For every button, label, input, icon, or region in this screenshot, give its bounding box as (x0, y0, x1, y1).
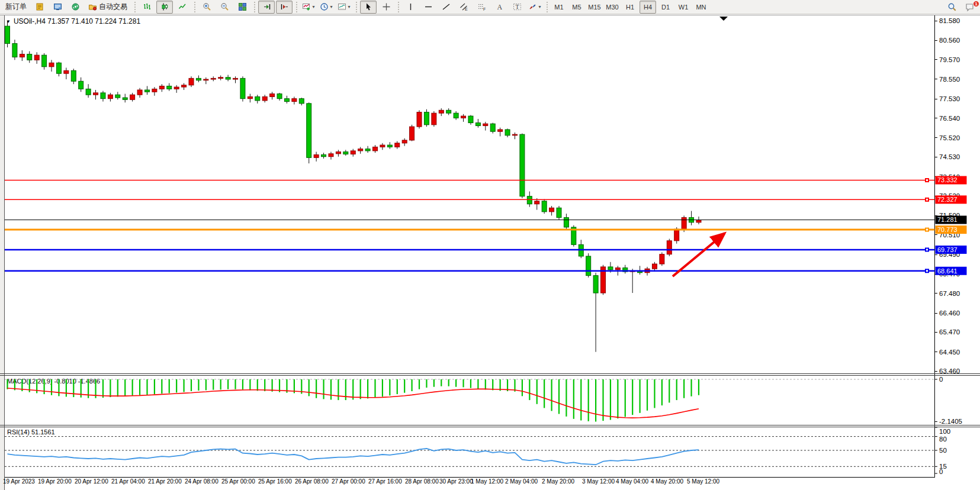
candle-up (550, 208, 554, 212)
candle-down (557, 208, 561, 217)
chart-canvas[interactable]: 81.58080.56079.57078.55077.53076.54075.5… (0, 15, 980, 490)
chevron-down-icon[interactable]: ▾ (312, 5, 314, 9)
candle-down (586, 256, 591, 276)
candle-down (123, 98, 127, 99)
data-window-button[interactable] (49, 1, 66, 14)
templates-button[interactable]: ▾ (336, 1, 352, 14)
candle-up (380, 145, 385, 147)
candle-up (439, 110, 444, 113)
fibonacci-button[interactable]: F (473, 1, 490, 14)
time-tick-label: 27 Apr 16:00 (368, 478, 402, 485)
candle-up (329, 154, 333, 157)
candle-up (152, 89, 157, 92)
price-axis[interactable]: 81.58080.56079.57078.55077.53076.54075.5… (935, 17, 960, 375)
price-tick-label: 67.480 (939, 290, 960, 297)
cursor-button[interactable] (360, 1, 377, 14)
line-handle[interactable] (925, 228, 929, 232)
tf-w1-button-label: W1 (679, 4, 689, 11)
navigator-button[interactable] (67, 1, 83, 14)
price-badge (936, 246, 967, 254)
arrows-button[interactable]: ▾ (526, 1, 543, 14)
candle-down (307, 104, 311, 157)
vertical-line-button[interactable] (402, 1, 419, 14)
candle-up (336, 152, 340, 154)
periods-button[interactable]: ▾ (318, 1, 335, 14)
price-tick-label: 76.540 (939, 115, 960, 122)
price-badge (936, 267, 967, 275)
trendline-button[interactable] (438, 1, 454, 14)
candle-down (579, 244, 583, 256)
chart-window: ▼ USOil-,H4 71.357 71.410 71.224 71.281 … (0, 15, 980, 490)
market-watch-button[interactable] (31, 1, 48, 14)
arrows-icon (528, 2, 537, 11)
indicators-icon (302, 2, 311, 11)
rsi-tick-label: 80 (939, 436, 947, 443)
line-chart-button[interactable] (174, 1, 191, 14)
text-label-button[interactable]: T (509, 1, 525, 14)
search-button[interactable] (944, 1, 960, 14)
price-badge (936, 195, 967, 204)
chart-dropdown-icon[interactable]: ▼ (6, 19, 11, 24)
price-tick-label: 68.470 (939, 270, 960, 278)
chat-button[interactable]: 1 (962, 1, 978, 14)
candle-up (182, 85, 187, 87)
rsi-panel: 1008050150 (5, 427, 950, 475)
line-handle[interactable] (925, 247, 929, 252)
candle-up (402, 140, 407, 143)
autotrading-button[interactable]: 自动交易 (85, 1, 131, 14)
chevron-down-icon[interactable]: ▾ (538, 5, 541, 9)
auto-scroll-button[interactable] (258, 1, 275, 14)
toolbar-separator (253, 2, 256, 12)
trend-arrow-annotation[interactable] (673, 233, 725, 276)
price-tick-label: 73.510 (939, 173, 960, 180)
time-tick-label: 5 May 12:00 (687, 478, 719, 485)
rsi-tick-label: 0 (939, 468, 943, 475)
toolbar-separator (545, 2, 548, 12)
candle-up (233, 78, 238, 79)
tf-d1-button[interactable]: D1 (657, 1, 674, 14)
tf-w1-button[interactable]: W1 (675, 1, 692, 14)
candle-up (682, 218, 686, 230)
time-axis[interactable]: 19 Apr 202319 Apr 20:0020 Apr 12:0021 Ap… (3, 478, 719, 485)
channel-button[interactable]: E (455, 1, 472, 14)
tf-m1-button[interactable]: M1 (551, 1, 567, 14)
candle-up (108, 95, 113, 99)
time-tick-label: 21 Apr 20:00 (148, 478, 182, 485)
tf-mn-button[interactable]: MN (693, 1, 709, 14)
tf-m30-button[interactable]: M30 (604, 1, 621, 14)
chevron-down-icon[interactable]: ▾ (330, 5, 332, 9)
bar-chart-button[interactable] (139, 1, 155, 14)
tf-h1-button[interactable]: H1 (622, 1, 638, 14)
tile-windows-button[interactable] (234, 1, 250, 14)
crosshair-button[interactable] (378, 1, 394, 14)
chevron-down-icon[interactable]: ▾ (348, 5, 350, 9)
new-order-button[interactable]: 新订单 (2, 1, 30, 14)
line-handle[interactable] (925, 178, 929, 182)
candle-down (387, 145, 392, 147)
candle-up (483, 124, 488, 125)
zoom-out-button[interactable] (216, 1, 233, 14)
horizontal-line-button[interactable] (420, 1, 436, 14)
price-tick-label: 65.470 (939, 328, 960, 336)
line-chart-icon (178, 2, 187, 11)
tf-m15-button[interactable]: M15 (586, 1, 603, 14)
tf-m5-button[interactable]: M5 (568, 1, 585, 14)
rsi-tick-label: 50 (939, 447, 947, 454)
time-tick-label: 26 Apr 08:00 (295, 478, 329, 485)
line-handle[interactable] (925, 269, 929, 273)
candle-up (189, 78, 194, 85)
candle-up (219, 78, 223, 79)
macd-axis-max: 0 (939, 376, 943, 383)
price-lines[interactable]: 73.33272.32771.28170.77369.73768.641 (5, 176, 967, 275)
line-handle[interactable] (925, 198, 929, 202)
candlestick-chart-button[interactable] (156, 1, 173, 14)
indicators-button[interactable]: ▾ (300, 1, 317, 14)
tf-h4-button[interactable]: H4 (640, 1, 656, 14)
text-icon: A (495, 2, 504, 11)
text-button[interactable]: A (491, 1, 507, 14)
tf-m1-button-label: M1 (554, 4, 563, 11)
price-tick-label: 63.460 (939, 368, 960, 375)
zoom-in-button[interactable] (198, 1, 215, 14)
chart-shift-button[interactable] (276, 1, 293, 14)
candle-up (159, 86, 164, 89)
